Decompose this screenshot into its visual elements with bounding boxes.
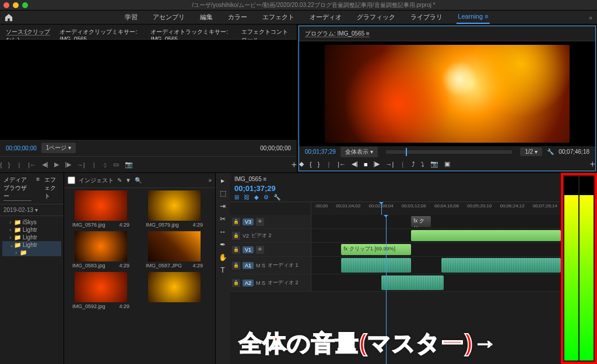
snap-icon[interactable]: ⊞ bbox=[234, 194, 239, 200]
go-out-icon[interactable]: →| bbox=[385, 161, 394, 168]
tab-audio-track-mixer[interactable]: オーディオトラックミキサー: IMG_0565 bbox=[150, 28, 232, 36]
mark-in-icon[interactable]: { bbox=[0, 161, 2, 168]
clip[interactable]: fx クリップ2 [20%] bbox=[411, 216, 431, 227]
playhead[interactable] bbox=[381, 202, 382, 215]
program-zoom-drop[interactable]: 1/2 ▾ bbox=[520, 147, 542, 156]
audio-clip[interactable] bbox=[341, 258, 411, 273]
wrench-icon[interactable]: 🔧 bbox=[547, 149, 554, 155]
ws-learning[interactable]: Learning ≡ bbox=[456, 10, 489, 24]
tab-source[interactable]: ソース:(クリップなし) bbox=[6, 28, 50, 36]
track-label[interactable]: V1 bbox=[243, 246, 254, 253]
ws-effects[interactable]: エフェクト bbox=[261, 10, 296, 24]
go-out-icon[interactable]: →| bbox=[77, 161, 85, 168]
link-icon[interactable]: ⛓ bbox=[244, 194, 250, 200]
track-label[interactable]: V3 bbox=[243, 218, 254, 225]
step-fwd-icon[interactable]: |▶ bbox=[374, 160, 380, 168]
tree-item[interactable]: ›📁 bbox=[2, 249, 61, 256]
go-in-icon[interactable]: |← bbox=[28, 161, 36, 168]
play-icon[interactable]: ▶ bbox=[54, 161, 59, 168]
lock-icon[interactable]: 🔒 bbox=[232, 232, 240, 240]
step-fwd-icon[interactable]: |▶ bbox=[65, 161, 71, 168]
overwrite-icon[interactable]: ▭ bbox=[113, 161, 119, 168]
lift-icon[interactable]: ⤴ bbox=[412, 161, 415, 168]
ripple-tool-icon[interactable]: ⇥ bbox=[220, 202, 226, 210]
ws-assembly[interactable]: アセンブリ bbox=[152, 10, 186, 24]
program-tab[interactable]: プログラム: IMG_0565 ≡ bbox=[305, 30, 370, 37]
thumb-item[interactable]: IMG_0592.jpg4:29 bbox=[66, 272, 135, 310]
go-in-icon[interactable]: |← bbox=[338, 161, 346, 168]
filter-icon[interactable]: ▼ bbox=[125, 177, 131, 183]
minimize-window[interactable] bbox=[13, 2, 19, 8]
ingest-checkbox[interactable] bbox=[68, 176, 75, 184]
thumb-item[interactable]: IMG_0583.jpg4:29 bbox=[66, 231, 135, 270]
eye-icon[interactable]: 👁 bbox=[256, 246, 264, 254]
add-button-icon[interactable]: + bbox=[292, 160, 297, 170]
zoom-window[interactable] bbox=[22, 2, 28, 8]
timeline-timecode[interactable]: 00;01;37;29 bbox=[234, 184, 556, 193]
track-label[interactable]: V2 bbox=[243, 233, 249, 239]
tree-item[interactable]: ›📁 Lightr bbox=[2, 234, 61, 241]
compare-icon[interactable]: ▣ bbox=[444, 160, 450, 168]
tab-effects[interactable]: エフェクト bbox=[44, 176, 60, 201]
source-page-drop[interactable]: 1ページ ▾ bbox=[41, 143, 76, 153]
wrench-icon[interactable]: 🔧 bbox=[273, 194, 280, 200]
workspace-overflow[interactable]: » bbox=[589, 14, 592, 21]
mark-out-icon[interactable]: } bbox=[8, 161, 10, 168]
thumb-item[interactable] bbox=[140, 272, 209, 310]
ws-edit[interactable]: 編集 bbox=[199, 10, 214, 24]
thumb-item[interactable]: IMG_0576.jpg4:29 bbox=[66, 190, 135, 229]
stop-icon[interactable]: ■ bbox=[364, 161, 368, 168]
clip[interactable]: fx クリップ1 [69.99%] bbox=[341, 244, 411, 255]
export-frame-icon[interactable]: 📷 bbox=[430, 160, 438, 168]
insert-icon[interactable]: ⎀ bbox=[103, 161, 107, 168]
step-back-icon[interactable]: ◀| bbox=[352, 160, 358, 168]
close-window[interactable] bbox=[3, 2, 9, 8]
playhead-line[interactable] bbox=[386, 215, 387, 364]
pen-tool-icon[interactable]: ✒ bbox=[220, 241, 226, 249]
step-back-icon[interactable]: ◀| bbox=[42, 161, 48, 168]
menu-icon[interactable]: » bbox=[208, 177, 212, 183]
new-icon[interactable]: ✎ bbox=[117, 177, 122, 183]
search-icon[interactable]: 🔍 bbox=[135, 177, 142, 183]
lock-icon[interactable]: 🔒 bbox=[232, 279, 240, 287]
ws-audio[interactable]: オーディオ bbox=[308, 10, 343, 24]
lock-icon[interactable]: 🔒 bbox=[232, 246, 240, 254]
folder-date[interactable]: 2019-02-13 bbox=[3, 207, 33, 213]
lock-icon[interactable]: 🔒 bbox=[232, 218, 240, 226]
thumb-item[interactable]: IMG_0579.jpg4:29 bbox=[140, 190, 209, 229]
add-button-icon[interactable]: + bbox=[590, 159, 595, 169]
marker-icon[interactable]: ◆ bbox=[299, 160, 304, 168]
tree-item[interactable]: ›📁 Lightr bbox=[2, 226, 61, 234]
tab-effect-controls[interactable]: エフェクトコントロール bbox=[241, 28, 291, 36]
mark-in-icon[interactable]: { bbox=[310, 161, 312, 168]
ws-library[interactable]: ライブラリ bbox=[409, 10, 444, 24]
marker-icon[interactable]: ◆ bbox=[254, 194, 259, 200]
extract-icon[interactable]: ⤵ bbox=[421, 161, 424, 168]
export-frame-icon[interactable]: 📷 bbox=[125, 161, 133, 168]
ws-graphics[interactable]: グラフィック bbox=[356, 10, 396, 24]
selection-tool-icon[interactable]: ▸ bbox=[221, 176, 224, 185]
tree-item[interactable]: ›📁 iSkys bbox=[2, 218, 61, 226]
clip[interactable] bbox=[411, 230, 561, 241]
track-select-tool-icon[interactable]: ⬚ bbox=[220, 189, 226, 197]
mark-out-icon[interactable]: } bbox=[318, 161, 320, 168]
program-scrubber[interactable] bbox=[386, 150, 512, 154]
hand-tool-icon[interactable]: ✋ bbox=[219, 253, 227, 261]
type-tool-icon[interactable]: T bbox=[220, 266, 224, 274]
razor-tool-icon[interactable]: ✂ bbox=[220, 215, 226, 223]
eye-icon[interactable]: 👁 bbox=[256, 218, 264, 226]
track-label[interactable]: A1 bbox=[243, 262, 254, 269]
settings-icon[interactable]: ⚙ bbox=[264, 194, 269, 200]
audio-clip[interactable] bbox=[441, 258, 561, 273]
tab-audio-clip-mixer[interactable]: オーディオクリップミキサー: IMG_0565 bbox=[59, 28, 141, 36]
home-icon[interactable] bbox=[5, 13, 13, 22]
tab-media-browser[interactable]: メディアブラウザー bbox=[3, 176, 31, 201]
slip-tool-icon[interactable]: ↔ bbox=[219, 228, 226, 236]
thumb-item[interactable]: IMG_0587.JPG4:29 bbox=[140, 231, 209, 270]
time-ruler[interactable]: :00;0000;01;04;0200;02;08;0400;03;12;060… bbox=[311, 202, 561, 215]
ws-learn[interactable]: 学習 bbox=[124, 10, 139, 24]
program-fit-drop[interactable]: 全体表示 ▾ bbox=[340, 147, 378, 157]
audio-clip[interactable] bbox=[381, 275, 444, 290]
sequence-tab[interactable]: IMG_0565 bbox=[234, 176, 262, 182]
track-label[interactable]: A2 bbox=[243, 280, 254, 287]
